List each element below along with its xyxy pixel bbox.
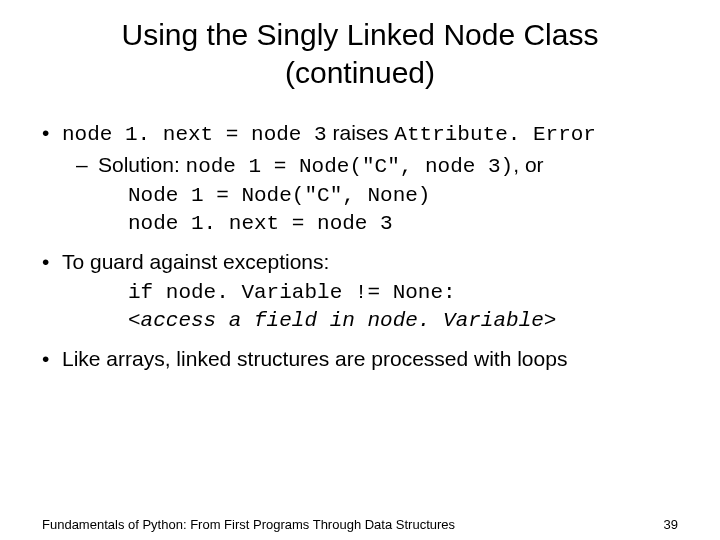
title-line-2: (continued) — [285, 56, 435, 89]
slide-body: • node 1. next = node 3 raises Attribute… — [0, 119, 720, 374]
bullet-dot-icon: • — [42, 119, 62, 149]
word-raises: raises — [327, 121, 395, 144]
code-guard-if: if node. Variable != None: — [128, 279, 678, 307]
bullet-1: • node 1. next = node 3 raises Attribute… — [42, 119, 678, 149]
code-guard-access: <access a field in node. Variable> — [128, 307, 678, 335]
slide-title: Using the Singly Linked Node Class (cont… — [0, 16, 720, 91]
sub-bullet-text: Solution: node 1 = Node("C", node 3), or — [98, 151, 678, 181]
bullet-2: • To guard against exceptions: — [42, 248, 678, 276]
footer-text: Fundamentals of Python: From First Progr… — [42, 517, 455, 532]
bullet-1-text: node 1. next = node 3 raises Attribute. … — [62, 119, 678, 149]
bullet-3-text: Like arrays, linked structures are proce… — [62, 345, 678, 373]
code-node1-next-eq-node3: node 1. next = node 3 — [62, 123, 327, 146]
label-solution: Solution: — [98, 153, 186, 176]
word-or: , or — [513, 153, 543, 176]
bullet-2-text: To guard against exceptions: — [62, 248, 678, 276]
page-number: 39 — [664, 517, 678, 532]
code-node1-next-assign: node 1. next = node 3 — [128, 210, 678, 238]
title-line-1: Using the Singly Linked Node Class — [122, 18, 599, 51]
slide: Using the Singly Linked Node Class (cont… — [0, 16, 720, 540]
code-attribute-error: Attribute. Error — [394, 123, 596, 146]
dash-icon: – — [76, 151, 98, 181]
bullet-3: • Like arrays, linked structures are pro… — [42, 345, 678, 373]
bullet-dot-icon: • — [42, 248, 62, 276]
code-node1-ctor-node3: node 1 = Node("C", node 3) — [186, 155, 514, 178]
code-node1-ctor-none: Node 1 = Node("C", None) — [128, 182, 678, 210]
sub-bullet-solution: – Solution: node 1 = Node("C", node 3), … — [76, 151, 678, 181]
bullet-dot-icon: • — [42, 345, 62, 373]
